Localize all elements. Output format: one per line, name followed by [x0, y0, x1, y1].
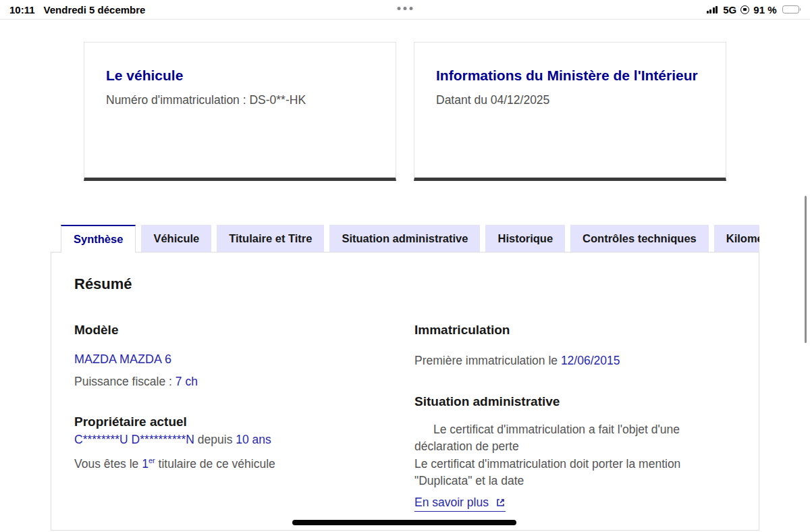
owner-name: C********U D**********N	[74, 433, 194, 446]
holder-line: Vous êtes le 1er titulaire de ce véhicul…	[74, 452, 414, 473]
battery-percent-label: 91 %	[753, 4, 776, 16]
resume-heading: Résumé	[74, 275, 736, 293]
owner-heading: Propriétaire actuel	[74, 415, 414, 429]
left-column: Modèle MAZDA MAZDA 6 Puissance fiscale :…	[74, 293, 414, 512]
summary-cards: Le véhicule Numéro d'immatriculation : D…	[84, 42, 726, 181]
owner-line: C********U D**********N depuis 10 ans	[74, 431, 414, 449]
owner-since-value: 10 ans	[236, 433, 271, 446]
holder-number: 1	[142, 457, 148, 471]
cellular-signal-icon	[707, 6, 718, 14]
first-immatriculation-date: 12/06/2015	[561, 354, 620, 367]
tab-historique[interactable]: Historique	[485, 225, 565, 252]
tab-controles-techniques[interactable]: Contrôles techniques	[570, 225, 709, 252]
fiscal-power-line: Puissance fiscale : 7 ch	[74, 373, 414, 391]
clock: 10:11	[9, 4, 35, 16]
report-tabs: Synthèse Véhicule Titulaire et Titre Sit…	[61, 225, 759, 252]
date-label: Vendredi 5 décembre	[44, 4, 146, 16]
fiscal-power-value: 7 ch	[176, 375, 198, 388]
first-immatriculation-line: Première immatriculation le 12/06/2015	[414, 352, 737, 370]
situation-line-1: Le certificat d'immatriculation a fait l…	[414, 421, 737, 456]
tab-situation-administrative[interactable]: Situation administrative	[329, 225, 480, 252]
immatriculation-heading: Immatriculation	[414, 323, 737, 338]
holder-ordinal: er	[148, 456, 155, 464]
status-bar: 10:11 Vendredi 5 décembre 5G 91 %	[0, 0, 810, 20]
rotation-lock-icon	[740, 5, 749, 14]
network-type-label: 5G	[723, 4, 736, 16]
situation-heading: Situation administrative	[414, 394, 737, 409]
ministry-card: Informations du Ministère de l'Intérieur…	[414, 42, 726, 181]
tab-kilometrage[interactable]: Kilométrage	[714, 225, 759, 252]
tab-vehicule[interactable]: Véhicule	[141, 225, 211, 252]
external-link-icon	[495, 498, 506, 508]
tab-synthese[interactable]: Synthèse	[61, 225, 136, 252]
ministry-card-subtitle: Datant du 04/12/2025	[436, 93, 704, 107]
synthese-panel: Résumé Modèle MAZDA MAZDA 6 Puissance fi…	[51, 252, 759, 531]
learn-more-link[interactable]: En savoir plus	[414, 496, 506, 512]
vehicle-card-title: Le véhicule	[106, 65, 374, 86]
ministry-card-title: Informations du Ministère de l'Intérieur	[436, 65, 704, 86]
vertical-scrollbar[interactable]	[805, 196, 807, 343]
home-indicator[interactable]	[292, 520, 516, 525]
right-column: Immatriculation Première immatriculation…	[414, 293, 737, 512]
vehicle-card: Le véhicule Numéro d'immatriculation : D…	[84, 42, 396, 181]
tab-titulaire-et-titre[interactable]: Titulaire et Titre	[217, 225, 324, 252]
situation-line-2: Le certificat d'immatriculation doit por…	[414, 456, 737, 490]
battery-icon	[782, 5, 801, 14]
model-heading: Modèle	[74, 323, 414, 338]
multitasking-dots-icon[interactable]	[398, 7, 413, 10]
model-link[interactable]: MAZDA MAZDA 6	[74, 352, 171, 366]
vehicle-card-subtitle: Numéro d'immatriculation : DS-0**-HK	[106, 93, 374, 107]
